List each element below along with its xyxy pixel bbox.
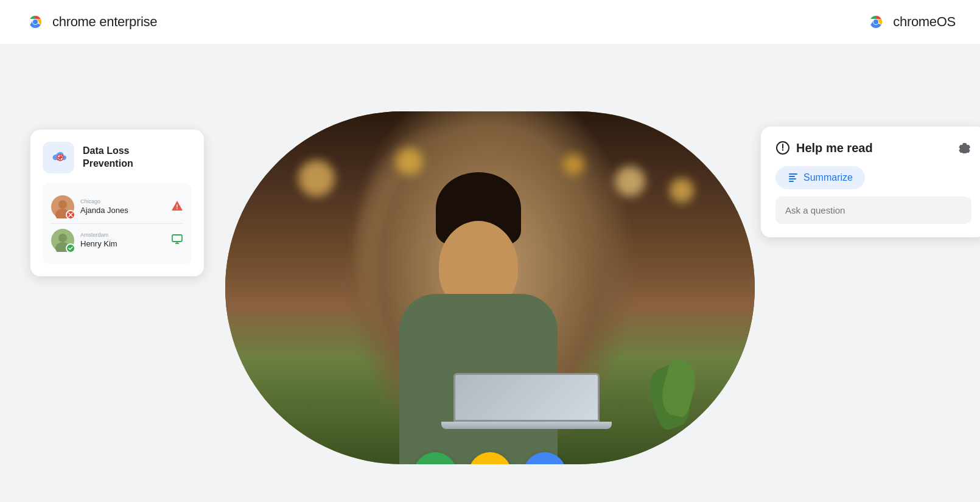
scene-inner: Data LossPrevention <box>225 99 755 464</box>
svg-point-23 <box>58 234 67 242</box>
globe-icon <box>424 462 446 464</box>
dlp-user-2-avatar <box>51 229 74 252</box>
dlp-user-list: Chicago Ajanda Jones ! <box>43 183 192 264</box>
summarize-icon <box>788 172 799 183</box>
help-read-settings-button[interactable] <box>958 140 971 156</box>
bokeh-light-3 <box>615 166 645 197</box>
chromeos-label: chromeOS <box>893 14 956 30</box>
read-icon <box>775 141 790 155</box>
dlp-user-item-1: Chicago Ajanda Jones ! <box>51 190 183 223</box>
ask-question-input[interactable] <box>775 197 971 224</box>
svg-point-5 <box>873 19 878 24</box>
help-read-title: Help me read <box>796 141 873 155</box>
svg-rect-32 <box>789 176 795 177</box>
chromeos-logo: chromeOS <box>865 11 956 33</box>
oval-background <box>225 111 755 464</box>
close-icon-small <box>68 212 73 217</box>
dlp-user-item-2: Amsterdam Henry Kim <box>51 223 183 257</box>
header: chrome enterprise chromeOS <box>0 0 980 44</box>
hero-image <box>225 111 755 464</box>
svg-point-2 <box>33 19 38 24</box>
chrome-icon-right <box>865 11 887 33</box>
svg-text:!: ! <box>176 204 178 211</box>
user1-badge <box>66 210 75 220</box>
summarize-button[interactable]: Summarize <box>775 166 865 189</box>
svg-rect-31 <box>789 173 797 175</box>
dlp-user-1-avatar <box>51 195 74 218</box>
svg-rect-25 <box>172 235 182 242</box>
bottom-icons-row <box>414 452 566 464</box>
check-icon-small <box>68 246 73 251</box>
main-content: Data LossPrevention <box>0 49 980 502</box>
bokeh-light-4 <box>563 154 584 175</box>
summarize-label: Summarize <box>803 172 853 183</box>
plant <box>633 343 706 428</box>
monitor-icon <box>171 233 183 245</box>
dlp-user2-info: Amsterdam Henry Kim <box>80 232 165 248</box>
dlp-user1-name: Ajanda Jones <box>80 206 165 215</box>
laptop <box>435 373 618 446</box>
help-read-header: Help me read <box>775 140 971 156</box>
bokeh-light-5 <box>670 178 694 203</box>
svg-point-30 <box>782 149 783 150</box>
shield-button[interactable] <box>523 452 566 464</box>
help-read-title-group: Help me read <box>775 141 873 155</box>
warning-icon: ! <box>171 200 183 212</box>
user2-badge <box>66 243 75 253</box>
dlp-icon-container <box>43 142 74 173</box>
help-me-read-card: Help me read <box>761 127 980 237</box>
chrome-enterprise-label: chrome enterprise <box>52 14 157 30</box>
dlp-header: Data LossPrevention <box>43 142 192 173</box>
gear-settings-icon <box>958 140 971 153</box>
laptop-screen <box>453 373 600 422</box>
chrome-icon-left <box>24 11 46 33</box>
scene-wrapper: Data LossPrevention <box>0 55 980 502</box>
svg-point-17 <box>58 200 67 209</box>
bokeh-light-1 <box>298 160 335 197</box>
dlp-user2-status <box>171 233 183 248</box>
dlp-user2-location: Amsterdam <box>80 232 165 238</box>
bokeh-light-2 <box>396 148 423 175</box>
svg-rect-33 <box>789 178 796 180</box>
settings-button[interactable] <box>469 452 511 464</box>
dlp-card: Data LossPrevention <box>30 130 204 276</box>
gear-icon <box>479 462 501 464</box>
dlp-user2-name: Henry Kim <box>80 239 165 248</box>
dlp-user1-location: Chicago <box>80 198 165 204</box>
chrome-enterprise-logo: chrome enterprise <box>24 11 157 33</box>
laptop-base <box>441 422 612 429</box>
dlp-user1-info: Chicago Ajanda Jones <box>80 198 165 215</box>
svg-rect-34 <box>789 181 794 182</box>
shield-icon <box>534 462 556 464</box>
globe-button[interactable] <box>414 452 457 464</box>
dlp-user1-status: ! <box>171 200 183 214</box>
dlp-title: Data LossPrevention <box>83 145 133 170</box>
cloud-icon <box>49 149 68 166</box>
